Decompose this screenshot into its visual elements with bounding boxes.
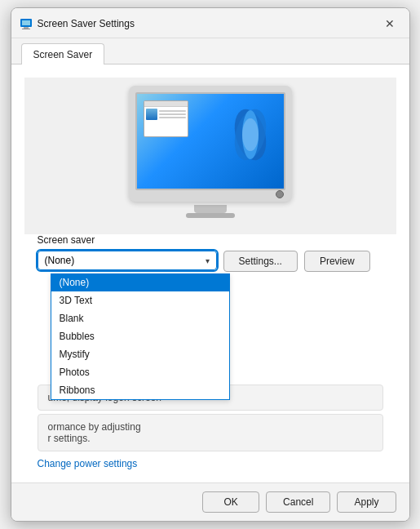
info-box-power: ormance by adjustingr settings.: [38, 414, 383, 451]
settings-button[interactable]: Settings...: [223, 251, 298, 272]
screen-saver-dropdown[interactable]: (None) ▾: [38, 251, 217, 270]
cancel-button[interactable]: Cancel: [266, 491, 330, 513]
monitor-base: [194, 205, 227, 213]
dropdown-option-ribbons[interactable]: Ribbons: [51, 381, 229, 399]
screen-saver-settings-window: Screen Saver Settings ✕ Screen Saver: [11, 7, 410, 522]
button-bar: OK Cancel Apply: [11, 482, 409, 521]
tab-bar: Screen Saver: [11, 38, 409, 64]
apply-button[interactable]: Apply: [337, 491, 396, 513]
monitor-body: [129, 86, 292, 202]
tab-screen-saver[interactable]: Screen Saver: [21, 43, 105, 64]
preview-button[interactable]: Preview: [304, 251, 370, 272]
dropdown-option-photos[interactable]: Photos: [51, 363, 229, 381]
dropdown-option-blank[interactable]: Blank: [51, 309, 229, 327]
dropdown-option-mystify[interactable]: Mystify: [51, 345, 229, 363]
monitor-screen: [135, 92, 285, 190]
monitor-preview-area: [24, 78, 396, 234]
screen-preview-window: [144, 100, 188, 137]
power-settings-link[interactable]: Change power settings: [24, 458, 151, 469]
dropdown-wrapper: (None) ▾ (None) 3D Text Blank Bubbles My…: [38, 251, 217, 270]
win11-logo: [224, 98, 277, 171]
dropdown-option-3dtext[interactable]: 3D Text: [51, 291, 229, 309]
screen-window-icon: [146, 109, 157, 120]
dropdown-option-none[interactable]: (None): [51, 273, 229, 291]
monitor-power-button: [276, 190, 284, 198]
svg-rect-2: [24, 27, 29, 29]
svg-rect-1: [22, 20, 30, 25]
monitor-foot: [186, 213, 235, 218]
close-button[interactable]: ✕: [378, 15, 401, 33]
svg-rect-3: [22, 29, 30, 29]
screen-wallpaper: [137, 94, 284, 189]
dropdown-value: (None): [45, 255, 75, 266]
window-title: Screen Saver Settings: [38, 18, 135, 29]
ok-button[interactable]: OK: [202, 491, 259, 513]
window-icon: [20, 17, 33, 30]
svg-point-7: [242, 118, 259, 151]
screen-saver-label: Screen saver: [24, 234, 396, 246]
title-bar: Screen Saver Settings ✕: [11, 8, 409, 38]
chevron-down-icon: ▾: [206, 256, 210, 265]
dropdown-option-bubbles[interactable]: Bubbles: [51, 327, 229, 345]
main-content: Screen saver (None) ▾ (None) 3D Text Bla…: [11, 64, 409, 482]
dropdown-popup: (None) 3D Text Blank Bubbles Mystify Pho…: [51, 273, 230, 400]
info-text-power: ormance by adjustingr settings.: [48, 421, 141, 444]
monitor: [129, 86, 292, 218]
